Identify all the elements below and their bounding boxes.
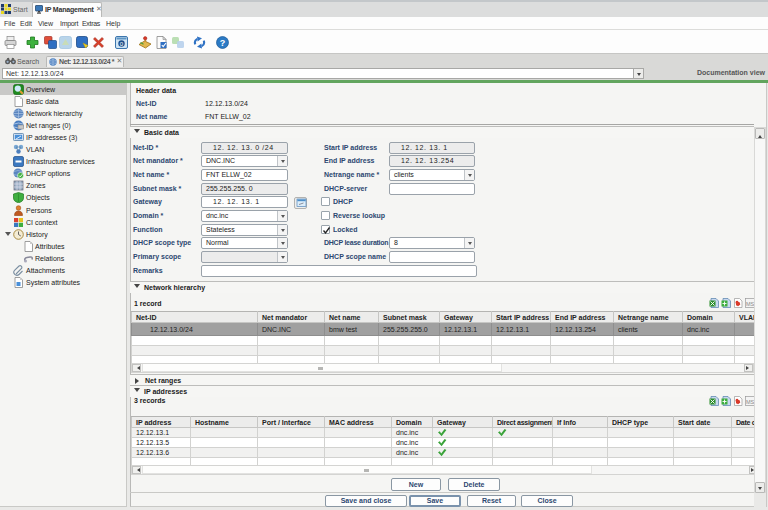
- svg-text:?: ?: [220, 38, 226, 48]
